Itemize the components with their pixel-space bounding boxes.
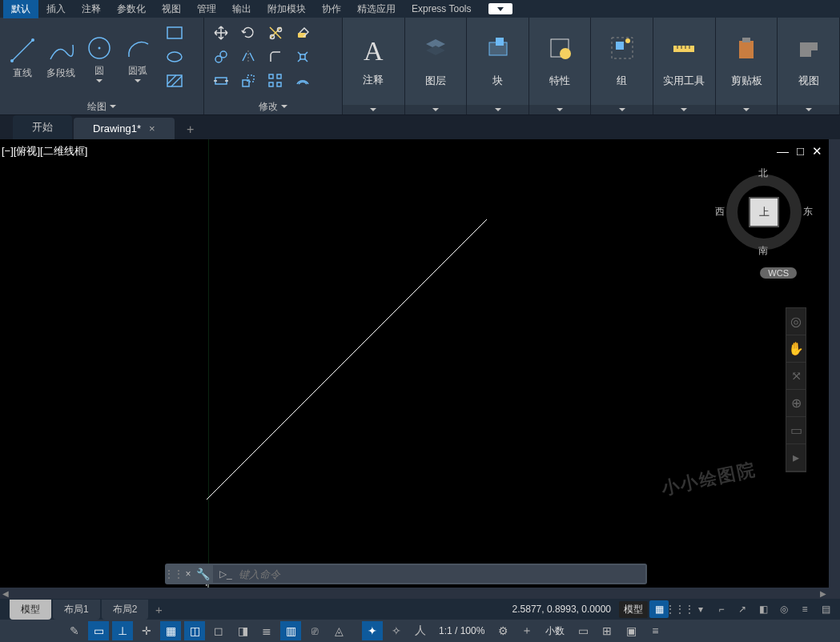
stretch-icon[interactable] <box>213 73 229 91</box>
nav-orbit-icon[interactable]: ⊕ <box>786 390 806 417</box>
3dosnap-icon[interactable]: ◫ <box>184 621 205 640</box>
draw-line[interactable]: 直线 <box>5 36 40 80</box>
menu-addons[interactable]: 附加模块 <box>259 0 314 18</box>
drawing-canvas[interactable]: [−][俯视][二维线框] — □ ✕ X Y 小小绘图院 上 北 南 西 东 … <box>0 139 829 588</box>
tab-start[interactable]: 开始 <box>13 115 72 139</box>
modelspace-button[interactable]: 模型 <box>619 601 648 618</box>
ribbon-panel-layers[interactable]: 图层 <box>405 18 468 114</box>
menu-featured[interactable]: 精选应用 <box>349 0 404 18</box>
app-switcher-icon[interactable] <box>488 3 512 14</box>
layout-add-button[interactable]: + <box>150 603 167 616</box>
viewcube-west[interactable]: 西 <box>715 205 725 219</box>
close-icon[interactable]: × <box>149 122 155 134</box>
draw-circle[interactable]: 圆 <box>82 34 117 82</box>
draw-arc[interactable]: 圆弧 <box>120 34 155 82</box>
command-input[interactable] <box>239 568 639 580</box>
nav-zoom-icon[interactable]: ⤧ <box>786 363 806 390</box>
ducs-icon[interactable]: ◨ <box>232 621 253 640</box>
menu-insert[interactable]: 插入 <box>38 0 74 18</box>
drag-handle-icon[interactable]: ⋮⋮ <box>165 568 183 580</box>
menu-default[interactable]: 默认 <box>3 0 38 18</box>
viewport-label[interactable]: [−][俯视][二维线框] <box>2 144 87 158</box>
menu-output[interactable]: 输出 <box>224 0 259 18</box>
transparency-icon[interactable]: ▤ <box>816 600 835 618</box>
viewcube-face[interactable]: 上 <box>750 199 778 226</box>
tab-drawing1[interactable]: Drawing1*× <box>74 118 175 139</box>
menu-express[interactable]: Express Tools <box>404 1 479 17</box>
lineweight-icon[interactable]: ≡ <box>795 600 814 618</box>
viewcube-south[interactable]: 南 <box>758 244 768 258</box>
mirror-icon[interactable] <box>240 49 256 67</box>
dropdown-icon[interactable]: ▾ <box>691 600 710 618</box>
otrack-icon[interactable]: ◻ <box>208 621 229 640</box>
units-display[interactable]: 小数 <box>541 624 569 638</box>
infer-icon[interactable]: ✎ <box>64 621 85 640</box>
copy-icon[interactable] <box>213 49 229 67</box>
menu-annotate[interactable]: 注释 <box>74 0 109 18</box>
clean-icon[interactable]: ▣ <box>621 621 641 640</box>
erase-icon[interactable] <box>295 25 311 43</box>
am-icon[interactable]: ✦ <box>362 621 383 640</box>
array-icon[interactable] <box>267 73 283 91</box>
dynamic-input-icon[interactable]: ▭ <box>88 621 109 640</box>
iso-icon[interactable]: ◧ <box>754 600 773 618</box>
osnap-icon[interactable]: ◎ <box>774 600 794 618</box>
osnap-mode-icon[interactable]: ▦ <box>160 621 181 640</box>
polar-track-icon[interactable]: ✛ <box>136 621 157 640</box>
scale-icon[interactable] <box>240 73 256 91</box>
customize-icon[interactable]: ≡ <box>645 621 665 640</box>
ribbon-panel-group[interactable]: 组 <box>591 18 653 114</box>
explode-icon[interactable] <box>295 49 311 67</box>
wrench-icon[interactable]: 🔧 <box>194 568 211 580</box>
rotate-icon[interactable] <box>240 25 256 43</box>
vertical-scrollbar[interactable] <box>829 139 840 599</box>
layout-tab-2[interactable]: 布局2 <box>102 600 149 620</box>
close-icon[interactable]: ✕ <box>812 144 822 158</box>
layout-tab-model[interactable]: 模型 <box>10 600 51 620</box>
offset-icon[interactable] <box>295 73 311 91</box>
sc-icon[interactable]: ◬ <box>328 621 349 640</box>
rect-icon[interactable] <box>167 26 183 42</box>
nav-wheel-icon[interactable]: ◎ <box>786 308 806 335</box>
menu-parametric[interactable]: 参数化 <box>109 0 154 18</box>
layout-tab-1[interactable]: 布局1 <box>53 600 100 620</box>
qp-icon[interactable]: ⎚ <box>304 621 325 640</box>
tab-add-button[interactable]: + <box>181 120 200 139</box>
hatch-icon[interactable] <box>167 74 183 90</box>
ribbon-panel-utils[interactable]: 实用工具 <box>653 18 716 114</box>
nav-showmotion-icon[interactable]: ▭ <box>786 417 806 444</box>
move-icon[interactable] <box>213 25 229 43</box>
viewcube-north[interactable]: 北 <box>758 167 768 180</box>
scroll-left-icon[interactable]: ◀ <box>0 589 11 598</box>
ribbon-panel-block[interactable]: 块 <box>467 18 529 114</box>
ribbon-panel-view[interactable]: 视图 <box>778 18 840 114</box>
scroll-right-icon[interactable]: ▶ <box>818 589 829 598</box>
gear-icon[interactable]: ⚙ <box>492 621 513 640</box>
polar-icon[interactable]: ↗ <box>733 600 752 618</box>
snap-toggle-icon[interactable]: ⋮⋮⋮ <box>670 600 689 618</box>
menu-collab[interactable]: 协作 <box>314 0 349 18</box>
fillet-icon[interactable] <box>267 49 283 67</box>
ribbon-panel-props[interactable]: 特性 <box>529 18 592 114</box>
ribbon-draw-footer[interactable]: 绘图 <box>0 98 203 114</box>
ortho-icon[interactable]: ⌐ <box>712 600 731 618</box>
nav-pan-icon[interactable]: ✋ <box>786 335 806 363</box>
nav-play-icon[interactable]: ▸ <box>786 444 806 471</box>
viewcube-east[interactable]: 东 <box>803 205 813 219</box>
wcs-badge[interactable]: WCS <box>760 267 797 279</box>
ribbon-panel-annotate[interactable]: A注释 <box>343 18 405 114</box>
draw-pline[interactable]: 多段线 <box>43 36 78 80</box>
menu-manage[interactable]: 管理 <box>189 0 224 18</box>
horizontal-scrollbar[interactable]: ◀ ▶ <box>0 588 829 599</box>
ann-icon[interactable]: ✧ <box>386 621 407 640</box>
as-icon[interactable]: 人 <box>410 621 431 640</box>
minimize-icon[interactable]: — <box>777 144 789 158</box>
ortho-mode-icon[interactable]: ⊥ <box>112 621 133 640</box>
maximize-icon[interactable]: □ <box>797 144 804 158</box>
qv-icon[interactable]: ▭ <box>573 621 593 640</box>
qvl-icon[interactable]: ⊞ <box>597 621 617 640</box>
ribbon-panel-clip[interactable]: 剪贴板 <box>716 18 778 114</box>
ellipse-icon[interactable] <box>167 50 183 66</box>
plus-icon[interactable]: ＋ <box>516 621 537 640</box>
tpy-icon[interactable]: ▥ <box>280 621 301 640</box>
